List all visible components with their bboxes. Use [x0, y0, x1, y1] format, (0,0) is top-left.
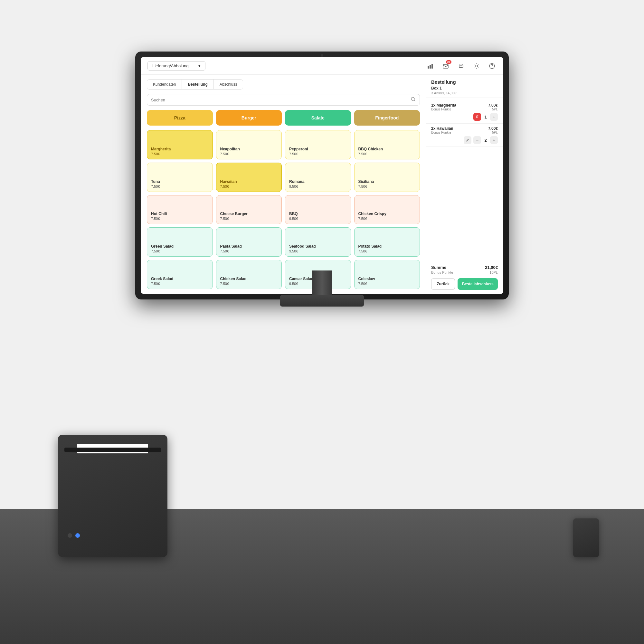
printer-light-2 — [75, 533, 80, 538]
order-item-1-price: 7,00€ — [488, 103, 498, 108]
footer-buttons: Zurück Bestellabschluss — [431, 278, 498, 290]
summe-value: 21,00€ — [485, 265, 498, 270]
increase-item-2-button[interactable]: + — [490, 136, 498, 144]
menu-item-pasta-salad[interactable]: Pasta Salad 7.50€ — [216, 227, 282, 257]
delivery-select[interactable]: Lieferung/Abholung ▾ — [147, 61, 205, 71]
order-item-1-qty: 1 — [483, 115, 488, 119]
bonus-value: 10Pt. — [489, 270, 498, 274]
help-icon[interactable] — [488, 62, 497, 71]
menu-item-tuna[interactable]: Tuna 7.50€ — [147, 163, 213, 192]
category-pizza[interactable]: Pizza — [147, 110, 213, 126]
order-item-2-top: 2x Hawaiian 7,00€ — [431, 126, 498, 131]
menu-item-greek-salad[interactable]: Greek Salad 7.50€ — [147, 260, 213, 289]
svg-point-7 — [462, 66, 463, 66]
mail-icon[interactable]: 28 — [441, 62, 450, 71]
receipt-printer — [573, 518, 599, 557]
bonus-row: Bonus Punkte 10Pt. — [431, 270, 498, 274]
delivery-label: Lieferung/Abholung — [152, 63, 189, 68]
svg-point-8 — [476, 65, 478, 67]
order-box-label: Box 1 — [431, 86, 498, 90]
order-item-2-qty: 2 — [483, 138, 488, 143]
order-footer: Summe 21,00€ Bonus Punkte 10Pt. Zurück B… — [426, 261, 503, 294]
order-item-1-controls: 1 + — [431, 113, 498, 121]
order-box-sub: 3 Artikel, 14,00€ — [431, 91, 498, 95]
menu-item-potato-salad[interactable]: Potato Salad 7.50€ — [354, 227, 420, 257]
menu-item-margherita[interactable]: Margherita 7.50€ — [147, 130, 213, 159]
order-header: Bestellung Box 1 3 Artikel, 14,00€ — [426, 75, 503, 98]
search-bar — [147, 94, 420, 106]
printer-slot — [64, 448, 161, 452]
monitor-camera — [321, 54, 323, 57]
order-item-2-name: 2x Hawaiian — [431, 126, 453, 131]
menu-item-siciliana[interactable]: Siciliana 7.50€ — [354, 163, 420, 192]
menu-item-chicken-crispy[interactable]: Chicken Crispy 7.50€ — [354, 195, 420, 224]
order-item-2-controls: − 2 + — [431, 136, 498, 144]
menu-item-romana[interactable]: Romana 9.50€ — [285, 163, 351, 192]
increase-item-1-button[interactable]: + — [490, 113, 498, 121]
tab-kundendaten[interactable]: Kundendaten — [147, 80, 182, 89]
tab-bestellung[interactable]: Bestellung — [182, 80, 213, 89]
order-item-1-bonus: Bonus Punkte 5Pt. — [431, 108, 498, 111]
menu-item-chicken-salad[interactable]: Chicken Salad 7.50€ — [216, 260, 282, 289]
menu-item-neapolitan[interactable]: Neapolitan 7.50€ — [216, 130, 282, 159]
search-input[interactable] — [151, 98, 408, 102]
order-items: 1x Margherita 7,00€ Bonus Punkte 5Pt. — [426, 98, 503, 261]
printer-icon[interactable] — [457, 62, 466, 71]
menu-item-bbq-chicken[interactable]: BBQ Chicken 7.50€ — [354, 130, 420, 159]
category-salate[interactable]: Salate — [285, 110, 351, 126]
chart-icon[interactable] — [426, 62, 435, 71]
order-item-1-name: 1x Margherita — [431, 103, 456, 108]
menu-item-seafood-salad[interactable]: Seafood Salad 9.50€ — [285, 227, 351, 257]
monitor-stand-base — [280, 295, 364, 307]
monitor-stand-neck — [312, 270, 332, 296]
chevron-down-icon: ▾ — [198, 63, 201, 68]
tab-abschluss[interactable]: Abschluss — [214, 80, 243, 89]
monitor: Lieferung/Abholung ▾ — [135, 52, 509, 328]
category-burger[interactable]: Burger — [216, 110, 282, 126]
delete-item-1-button[interactable] — [473, 113, 481, 121]
order-item-2-bonus: Bonus Punkte 5Pt. — [431, 131, 498, 134]
main-content: Kundendaten Bestellung Abschluss — [141, 75, 503, 294]
svg-point-10 — [492, 67, 492, 68]
svg-rect-1 — [430, 65, 431, 69]
decrease-item-2-button[interactable]: − — [473, 136, 481, 144]
back-button[interactable]: Zurück — [431, 278, 455, 290]
menu-item-coleslaw[interactable]: Coleslaw 7.50€ — [354, 260, 420, 289]
menu-item-hot-chili[interactable]: Hot Chili 7.50€ — [147, 195, 213, 224]
monitor-bezel: Lieferung/Abholung ▾ — [135, 52, 509, 299]
category-fingerfood[interactable]: Fingerfood — [354, 110, 420, 126]
order-complete-button[interactable]: Bestellabschluss — [458, 278, 498, 290]
top-bar-icons: 28 — [426, 62, 497, 71]
pos-app: Lieferung/Abholung ▾ — [141, 57, 503, 294]
top-bar: Lieferung/Abholung ▾ — [141, 57, 503, 75]
summe-label: Summe — [431, 265, 446, 270]
menu-grid: Margherita 7.50€ Neapolitan 7.50€ Pepper… — [147, 130, 420, 289]
bonus-label: Bonus Punkte — [431, 270, 453, 274]
order-item-1: 1x Margherita 7,00€ Bonus Punkte 5Pt. — [426, 100, 503, 124]
order-item-1-top: 1x Margherita 7,00€ — [431, 103, 498, 108]
right-panel: Bestellung Box 1 3 Artikel, 14,00€ 1x Ma… — [426, 75, 503, 294]
menu-item-hawaiian[interactable]: Hawaiian 7.50€ — [216, 163, 282, 192]
left-panel: Kundendaten Bestellung Abschluss — [141, 75, 426, 294]
summe-row: Summe 21,00€ — [431, 265, 498, 270]
menu-item-bbq[interactable]: BBQ 9.50€ — [285, 195, 351, 224]
svg-rect-2 — [431, 64, 433, 69]
categories: Pizza Burger Salate Fingerfood — [147, 110, 420, 126]
settings-icon[interactable] — [472, 62, 481, 71]
search-icon — [411, 97, 416, 103]
printer-device — [58, 435, 167, 557]
menu-item-green-salad[interactable]: Green Salad 7.50€ — [147, 227, 213, 257]
menu-item-cheese-burger[interactable]: Cheese Burger 7.50€ — [216, 195, 282, 224]
tabs: Kundendaten Bestellung Abschluss — [147, 79, 243, 90]
printer-lights — [68, 533, 80, 538]
monitor-screen: Lieferung/Abholung ▾ — [141, 57, 503, 294]
svg-rect-3 — [443, 64, 448, 68]
printer-light-1 — [68, 533, 72, 538]
svg-rect-6 — [460, 67, 462, 68]
order-item-2-price: 7,00€ — [488, 126, 498, 131]
order-title: Bestellung — [431, 79, 498, 85]
menu-item-pepperoni[interactable]: Pepperoni 7.50€ — [285, 130, 351, 159]
mail-badge: 28 — [446, 60, 451, 64]
edit-item-2-button[interactable] — [464, 136, 471, 144]
order-item-2: 2x Hawaiian 7,00€ Bonus Punkte 5Pt. — [426, 124, 503, 147]
